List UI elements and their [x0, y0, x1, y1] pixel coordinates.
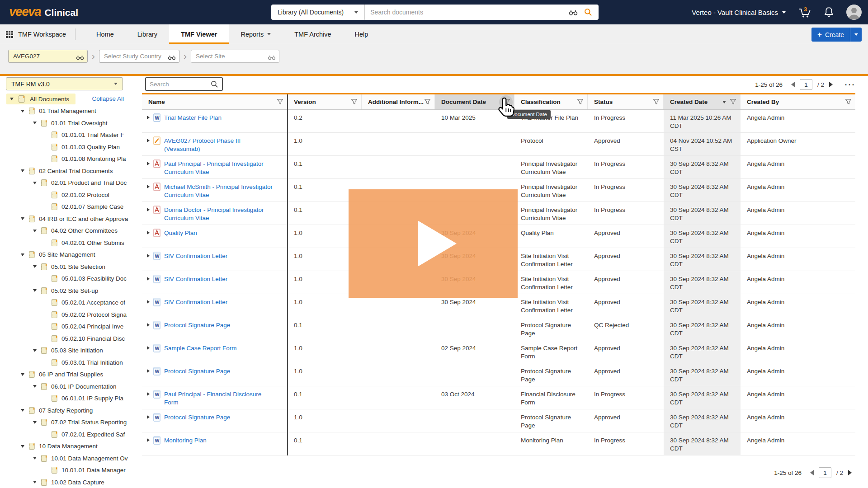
- table-row[interactable]: WPaul Principal - Financial Disclosure F…: [142, 386, 855, 409]
- frozen-column-divider[interactable]: [287, 94, 288, 455]
- sidebar-item[interactable]: 05.03.01 Trial Initiation: [0, 357, 131, 369]
- expand-caret-icon[interactable]: [147, 162, 150, 165]
- expand-caret-icon[interactable]: [33, 421, 37, 424]
- sidebar-item[interactable]: 06.01 IP Documentation: [0, 380, 131, 393]
- filter-icon[interactable]: [653, 99, 660, 105]
- vault-selector[interactable]: Verteo - Vault Clinical Basics: [692, 9, 786, 16]
- veeva-logo[interactable]: veeva Clinical: [9, 5, 78, 19]
- column-header-created-by[interactable]: Created By: [741, 94, 855, 109]
- expand-caret-icon[interactable]: [33, 481, 37, 483]
- document-link[interactable]: Protocol Signature Page: [164, 413, 230, 422]
- expand-caret-icon[interactable]: [21, 217, 24, 220]
- video-overlay[interactable]: [349, 189, 518, 298]
- document-link[interactable]: Donna Doctor - Principal Investigator Cu…: [164, 206, 277, 222]
- sidebar-item[interactable]: 10.01 Data Management Ov: [0, 452, 131, 465]
- expand-caret-icon[interactable]: [147, 277, 150, 281]
- binoculars-icon[interactable]: [268, 54, 276, 62]
- play-icon[interactable]: [418, 221, 457, 267]
- expand-caret-icon[interactable]: [33, 289, 37, 292]
- expand-caret-icon[interactable]: [147, 185, 150, 188]
- filter-icon[interactable]: [504, 99, 510, 105]
- column-header-name[interactable]: Name: [142, 94, 288, 109]
- expand-caret-icon[interactable]: [33, 265, 37, 268]
- filter-icon[interactable]: [351, 99, 358, 105]
- expand-caret-icon[interactable]: [147, 415, 150, 419]
- expand-caret-icon[interactable]: [21, 373, 24, 376]
- sidebar-item[interactable]: 01.01.03 Quality Plan: [0, 141, 131, 153]
- sidebar-item[interactable]: 05 Site Management: [0, 249, 131, 261]
- document-link[interactable]: AVEG027 Protocol Phase III (Vevasumab): [164, 137, 277, 153]
- search-input[interactable]: [365, 9, 569, 16]
- expand-caret-icon[interactable]: [147, 139, 150, 142]
- expand-caret-icon[interactable]: [21, 445, 24, 448]
- search-icon[interactable]: [584, 8, 592, 16]
- expand-caret-icon[interactable]: [147, 208, 150, 211]
- tab-tmf-viewer[interactable]: TMF Viewer: [169, 24, 229, 44]
- document-link[interactable]: Monitoring Plan: [164, 436, 207, 445]
- filter-icon[interactable]: [277, 99, 283, 105]
- workspace-label[interactable]: TMF Workspace: [18, 31, 66, 38]
- table-row[interactable]: WProtocol Signature Page1.0Protocol Sign…: [142, 363, 855, 386]
- expand-caret-icon[interactable]: [33, 122, 37, 124]
- more-actions-icon[interactable]: ⋯: [844, 82, 855, 87]
- sidebar-item[interactable]: 05.01 Site Selection: [0, 261, 131, 273]
- table-row[interactable]: WMonitoring Plan0.1Monitoring PlanIn Pro…: [142, 432, 855, 455]
- table-search-input[interactable]: [146, 81, 211, 88]
- site-input[interactable]: [191, 50, 279, 62]
- expand-caret-icon[interactable]: [21, 253, 24, 256]
- expand-caret-icon[interactable]: [33, 230, 37, 232]
- document-link[interactable]: Quality Plan: [164, 229, 197, 237]
- sidebar-item[interactable]: 05.01.03 Feasibility Doc: [0, 273, 131, 285]
- sidebar-item[interactable]: 02.01.02 Protocol: [0, 189, 131, 201]
- sidebar-item[interactable]: 04 IRB or IEC and other Approva: [0, 213, 131, 225]
- search-icon[interactable]: [211, 80, 218, 88]
- expand-caret-icon[interactable]: [147, 231, 150, 235]
- expand-caret-icon[interactable]: [147, 438, 150, 442]
- table-row[interactable]: Paul Principal - Principal Investigator …: [142, 156, 855, 179]
- binoculars-icon[interactable]: [569, 9, 578, 15]
- document-link[interactable]: Michael McSmith - Principal Investigator…: [164, 183, 277, 199]
- sidebar-item[interactable]: 01.01 Trial Oversight: [0, 117, 131, 129]
- sidebar-item[interactable]: 05.02.04 Principal Inve: [0, 321, 131, 333]
- tab-tmf-archive[interactable]: TMF Archive: [283, 24, 343, 44]
- previous-page-icon[interactable]: [791, 82, 795, 87]
- filter-icon[interactable]: [424, 99, 431, 105]
- expand-caret-icon[interactable]: [33, 457, 37, 460]
- avatar[interactable]: [846, 5, 862, 20]
- expand-caret-icon[interactable]: [147, 392, 150, 396]
- search-scope-dropdown[interactable]: Library (All Documents): [271, 5, 365, 20]
- expand-caret-icon[interactable]: [147, 369, 150, 373]
- previous-page-icon[interactable]: [810, 470, 814, 475]
- expand-caret-icon[interactable]: [147, 254, 150, 258]
- expand-caret-icon[interactable]: [147, 346, 150, 350]
- column-header-status[interactable]: Status: [588, 94, 664, 109]
- expand-caret-icon[interactable]: [147, 323, 150, 327]
- expand-caret-icon[interactable]: [33, 349, 37, 352]
- tab-home[interactable]: Home: [85, 24, 126, 44]
- table-row[interactable]: WTrial Master File Plan0.210 Mar 2025Tri…: [142, 110, 855, 133]
- tmf-model-dropdown[interactable]: TMF RM v3.0: [6, 77, 123, 90]
- page-number-input[interactable]: 1: [819, 467, 831, 478]
- study-input[interactable]: [9, 50, 87, 62]
- document-link[interactable]: Protocol Signature Page: [164, 321, 230, 329]
- expand-caret-icon[interactable]: [21, 110, 24, 113]
- sidebar-item[interactable]: 06 IP and Trial Supplies: [0, 369, 131, 381]
- document-link[interactable]: Protocol Signature Page: [164, 367, 230, 375]
- expand-caret-icon[interactable]: [21, 169, 24, 172]
- expand-caret-icon[interactable]: [33, 385, 37, 388]
- table-row[interactable]: WProtocol Signature Page0.1Protocol Sign…: [142, 317, 855, 340]
- app-grid-icon[interactable]: [6, 31, 13, 38]
- binoculars-icon[interactable]: [168, 54, 176, 62]
- create-button[interactable]: + Create: [811, 28, 850, 42]
- study-country-input[interactable]: [99, 50, 179, 62]
- expand-caret-icon[interactable]: [21, 409, 24, 412]
- tab-library[interactable]: Library: [126, 24, 169, 44]
- sidebar-item[interactable]: 02.01.07 Sample Case: [0, 201, 131, 213]
- sidebar-item[interactable]: 02 Central Trial Documents: [0, 165, 131, 177]
- document-link[interactable]: Sample Case Report Form: [164, 344, 237, 352]
- sidebar-item[interactable]: 05.02.10 Financial Disc: [0, 333, 131, 345]
- bell-icon[interactable]: [824, 6, 834, 18]
- column-header-document-date[interactable]: Document Date: [435, 94, 514, 109]
- filter-icon[interactable]: [845, 99, 852, 105]
- table-row[interactable]: WProtocol Signature Page1.0Protocol Sign…: [142, 409, 855, 432]
